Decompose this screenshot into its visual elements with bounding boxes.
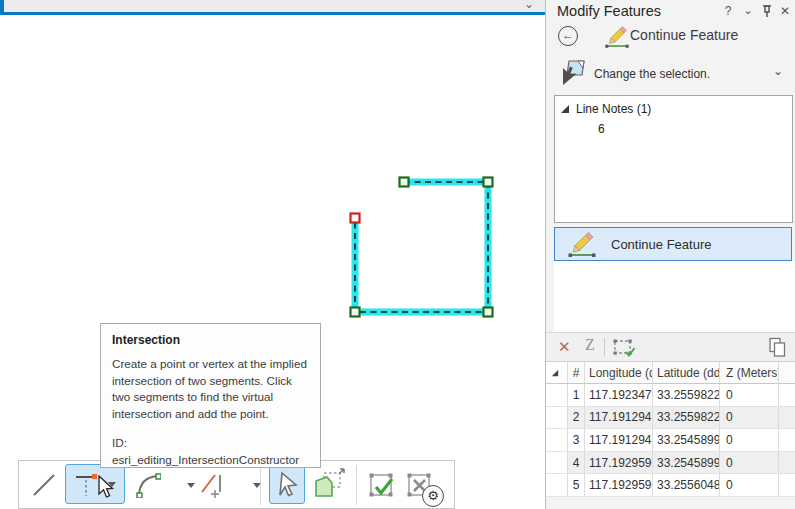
cell-latitude[interactable]: 33.25598227 <box>653 384 720 406</box>
z-values-icon[interactable]: Z <box>585 336 595 354</box>
toolbar-separator <box>604 338 605 356</box>
cell-latitude[interactable]: 33.25598227 <box>653 407 720 429</box>
column-header-latitude: Latitude (dd) <box>653 362 720 383</box>
tree-item-line-notes[interactable]: Line Notes (1) <box>561 102 651 116</box>
app-window: ⌄ Intersection Create a point or vertex … <box>0 0 795 509</box>
cell-z[interactable]: 0 <box>720 407 779 429</box>
active-tool-label: Continue Feature <box>630 27 738 43</box>
pointer-tool-button[interactable] <box>269 464 305 504</box>
pencil-line-icon <box>604 25 630 48</box>
panel-spacer <box>554 261 795 332</box>
back-button[interactable]: ← <box>558 26 578 46</box>
vertex-table: # Longitude (dd) Latitude (dd) Z (Meters… <box>546 361 795 497</box>
cell-num[interactable]: 4 <box>568 452 585 474</box>
vertex-handle[interactable] <box>351 308 360 317</box>
cell-num[interactable]: 1 <box>568 384 585 406</box>
selection-tree: Line Notes (1) 6 <box>554 95 793 223</box>
panel-title: Modify Features <box>557 3 661 19</box>
copy-icon[interactable] <box>768 337 787 358</box>
gear-icon[interactable]: ⚙ <box>422 485 444 507</box>
table-row[interactable]: 5 117.1929596 33.25560487 0 <box>546 474 795 497</box>
cell-longitude[interactable]: 117.1912947 <box>585 429 653 451</box>
line-tool-button[interactable] <box>26 466 62 504</box>
finish-check-icon <box>366 470 396 500</box>
cell-latitude[interactable]: 33.25560487 <box>653 474 720 496</box>
change-selection-icon <box>560 58 586 86</box>
toolbar-separator <box>260 465 261 505</box>
change-selection-label[interactable]: Change the selection. <box>594 67 710 81</box>
vertex-handle[interactable] <box>484 178 493 187</box>
cell-longitude[interactable]: 117.1923476 <box>585 384 653 406</box>
help-icon[interactable]: ? <box>720 4 736 20</box>
vertex-handles <box>351 178 493 317</box>
tree-expand-triangle-icon[interactable] <box>561 105 569 113</box>
vertex-table-header: # Longitude (dd) Latitude (dd) Z (Meters… <box>546 361 795 384</box>
finish-sketch-small-icon[interactable] <box>612 337 636 358</box>
end-vertex-handle[interactable] <box>351 214 360 223</box>
table-expand-triangle-icon[interactable] <box>552 369 558 375</box>
chevron-down-icon[interactable]: ⌄ <box>773 64 783 78</box>
cell-num[interactable]: 5 <box>568 474 585 496</box>
cell-latitude[interactable]: 33.25458997 <box>653 452 720 474</box>
cell-longitude[interactable]: 117.1929596 <box>585 474 653 496</box>
arc-icon <box>135 472 161 498</box>
chevron-down-icon[interactable]: ⌄ <box>524 0 540 11</box>
delete-vertex-icon[interactable]: ✕ <box>558 338 571 356</box>
line-icon <box>30 471 58 499</box>
finish-sketch-button[interactable] <box>363 466 399 504</box>
cell-latitude[interactable]: 33.25458997 <box>653 429 720 451</box>
toolbar-separator <box>356 465 357 505</box>
vertex-toolbar: ✕ Z <box>546 332 795 361</box>
tooltip-title: Intersection <box>112 333 309 347</box>
tooltip-body: Create a point or vertex at the implied … <box>112 356 309 422</box>
table-row[interactable]: 2 117.1912947 33.25598227 0 <box>546 407 795 430</box>
pencil-line-icon <box>567 231 597 257</box>
pointer-icon <box>274 470 300 498</box>
cell-z[interactable]: 0 <box>720 474 779 496</box>
column-header-num: # <box>568 362 585 383</box>
intersection-icon <box>74 470 100 498</box>
table-row[interactable]: 4 117.1929596 33.25458997 0 <box>546 452 795 475</box>
vertex-handle[interactable] <box>484 308 493 317</box>
cell-z[interactable]: 0 <box>720 429 779 451</box>
right-angle-tool-button[interactable] <box>193 466 267 504</box>
intersection-dropdown-caret[interactable] <box>108 482 116 487</box>
table-row[interactable]: 1 117.1923476 33.25598227 0 <box>546 384 795 407</box>
shape-select-icon <box>312 468 346 500</box>
right-angle-line-icon <box>199 471 227 499</box>
continue-feature-button-label: Continue Feature <box>611 237 711 252</box>
cell-num[interactable]: 3 <box>568 429 585 451</box>
tool-tooltip: Intersection Create a point or vertex at… <box>100 323 321 468</box>
column-header-longitude: Longitude (dd) <box>585 362 653 383</box>
table-row[interactable]: 3 117.1912947 33.25458997 0 <box>546 429 795 452</box>
panel-menu-chevron-icon[interactable]: ⌄ <box>740 4 756 20</box>
cell-longitude[interactable]: 117.1912947 <box>585 407 653 429</box>
modify-features-panel: Modify Features ? ⌄ ✕ ← Continue Feature <box>545 0 795 509</box>
tree-item-feature-6[interactable]: 6 <box>598 122 605 136</box>
pin-icon[interactable] <box>759 4 775 20</box>
intersection-tool-button[interactable] <box>65 464 125 504</box>
vertex-handle[interactable] <box>400 178 409 187</box>
tooltip-id-label: ID: <box>112 435 309 451</box>
map-tab-underline <box>0 12 545 15</box>
tree-root-label: Line Notes (1) <box>576 102 651 116</box>
tooltip-id-value: esri_editing_IntersectionConstructor <box>112 452 309 468</box>
arc-tool-button[interactable] <box>129 466 201 504</box>
cell-num[interactable]: 2 <box>568 407 585 429</box>
column-header-z: Z (Meters) <box>720 362 779 383</box>
close-icon[interactable]: ✕ <box>777 4 793 20</box>
map-overview-bar <box>4 0 545 12</box>
cell-z[interactable]: 0 <box>720 452 779 474</box>
continue-feature-button[interactable]: Continue Feature <box>554 227 792 261</box>
shape-select-tool-button[interactable] <box>307 462 351 506</box>
cell-longitude[interactable]: 117.1929596 <box>585 452 653 474</box>
cell-z[interactable]: 0 <box>720 384 779 406</box>
